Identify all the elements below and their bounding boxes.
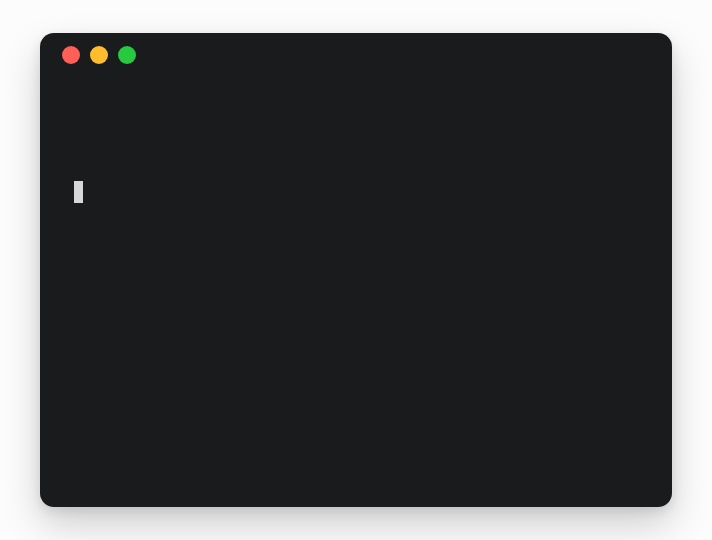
terminal-window bbox=[40, 33, 672, 507]
terminal-body[interactable] bbox=[40, 77, 672, 266]
titlebar bbox=[40, 33, 672, 77]
zoom-button[interactable] bbox=[118, 46, 136, 64]
prompt-line[interactable] bbox=[72, 181, 640, 203]
cursor-icon bbox=[74, 181, 83, 203]
minimize-button[interactable] bbox=[90, 46, 108, 64]
close-button[interactable] bbox=[62, 46, 80, 64]
